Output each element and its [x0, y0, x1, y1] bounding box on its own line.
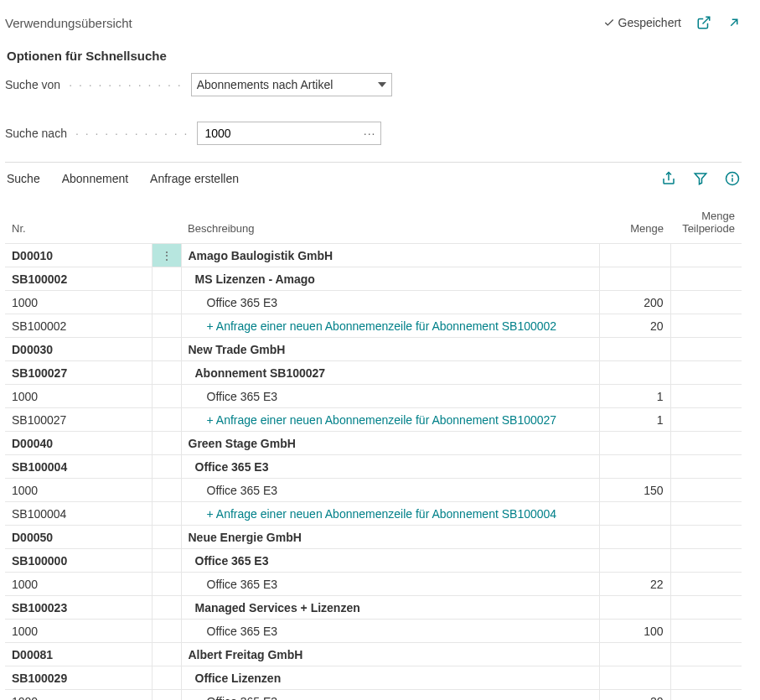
cell-qty — [599, 244, 670, 267]
table-row[interactable]: 1000Office 365 E3150 — [5, 479, 742, 502]
table-row[interactable]: 1000Office 365 E31 — [5, 385, 742, 408]
expand-icon[interactable] — [726, 15, 742, 30]
row-more-icon[interactable] — [152, 408, 181, 432]
col-desc[interactable]: Beschreibung — [181, 205, 599, 244]
cell-qty — [599, 526, 670, 549]
row-more-icon[interactable]: ⋮ — [152, 244, 181, 267]
table-row[interactable]: 1000Office 365 E322 — [5, 573, 742, 596]
cell-qty-period — [670, 385, 742, 408]
cell-nr: SB100002 — [5, 267, 152, 291]
lookup-icon[interactable]: ··· — [364, 127, 376, 140]
cell-qty — [599, 361, 670, 385]
cell-description[interactable]: + Anfrage einer neuen Abonnemenzeile für… — [181, 314, 599, 338]
cell-nr: 1000 — [5, 385, 152, 408]
cell-nr: 1000 — [5, 690, 152, 701]
row-more-icon[interactable] — [152, 361, 181, 385]
dots-decor: · · · · · · · · · · · · — [75, 127, 189, 140]
cell-description[interactable]: + Anfrage einer neuen Abonnemenzeile für… — [181, 502, 599, 526]
cell-nr[interactable]: SB100027 — [5, 408, 152, 432]
table-row[interactable]: SB100000Office 365 E3 — [5, 549, 742, 573]
table-row[interactable]: D00030New Trade GmbH — [5, 338, 742, 361]
filter-icon[interactable] — [693, 171, 708, 186]
row-more-icon[interactable] — [152, 666, 181, 690]
row-more-icon[interactable] — [152, 502, 181, 526]
cell-nr: 1000 — [5, 291, 152, 314]
table-row[interactable]: D00010⋮Amago Baulogistik GmbH — [5, 244, 742, 267]
row-more-icon[interactable] — [152, 455, 181, 479]
row-more-icon[interactable] — [152, 549, 181, 573]
cell-description: Office 365 E3 — [181, 479, 599, 502]
row-more-icon[interactable] — [152, 432, 181, 455]
row-more-icon[interactable] — [152, 620, 181, 643]
row-more-icon[interactable] — [152, 314, 181, 338]
cell-nr: D00081 — [5, 643, 152, 666]
table-row[interactable]: SB100002MS Lizenzen - Amago — [5, 267, 742, 291]
share-icon[interactable] — [661, 171, 676, 186]
row-more-icon[interactable] — [152, 643, 181, 666]
table-row[interactable]: SB100004Office 365 E3 — [5, 455, 742, 479]
row-more-icon[interactable] — [152, 479, 181, 502]
cell-description[interactable]: + Anfrage einer neuen Abonnemenzeile für… — [181, 408, 599, 432]
cell-qty — [599, 502, 670, 526]
usage-table: Nr. Beschreibung Menge Menge Teilperiode… — [5, 205, 742, 700]
info-icon[interactable] — [725, 171, 740, 186]
table-row[interactable]: SB100027+ Anfrage einer neuen Abonnemenz… — [5, 408, 742, 432]
cell-qty: 1 — [599, 385, 670, 408]
search-by-field[interactable]: ··· — [197, 122, 381, 145]
cell-description: Office 365 E3 — [181, 573, 599, 596]
col-qty[interactable]: Menge — [599, 205, 670, 244]
table-row[interactable]: SB100002+ Anfrage einer neuen Abonnemenz… — [5, 314, 742, 338]
table-row[interactable]: SB100027Abonnement SB100027 — [5, 361, 742, 385]
col-nr[interactable]: Nr. — [5, 205, 152, 244]
row-more-icon[interactable] — [152, 338, 181, 361]
toolbar-subscription[interactable]: Abonnement — [62, 172, 128, 185]
cell-qty — [599, 643, 670, 666]
cell-description: Office 365 E3 — [181, 291, 599, 314]
row-more-icon[interactable] — [152, 526, 181, 549]
row-more-icon[interactable] — [152, 291, 181, 314]
toolbar-search[interactable]: Suche — [7, 172, 40, 185]
chevron-down-icon — [378, 82, 386, 87]
row-more-icon[interactable] — [152, 267, 181, 291]
table-row[interactable]: SB100004+ Anfrage einer neuen Abonnemenz… — [5, 502, 742, 526]
page-title: Verwendungsübersicht — [5, 16, 132, 30]
cell-qty — [599, 338, 670, 361]
cell-description: Albert Freitag GmbH — [181, 643, 599, 666]
table-row[interactable]: 1000Office 365 E3100 — [5, 620, 742, 643]
table-row[interactable]: SB100023Managed Services + Lizenzen — [5, 596, 742, 620]
cell-qty — [599, 455, 670, 479]
table-row[interactable]: 1000Office 365 E320 — [5, 690, 742, 701]
cell-nr: SB100027 — [5, 361, 152, 385]
cell-qty-period — [670, 408, 742, 432]
cell-qty-period — [670, 361, 742, 385]
svg-marker-3 — [695, 174, 706, 184]
cell-qty-period — [670, 267, 742, 291]
search-by-input[interactable] — [203, 126, 363, 141]
cell-description: MS Lizenzen - Amago — [181, 267, 599, 291]
table-row[interactable]: D00050Neue Energie GmbH — [5, 526, 742, 549]
open-new-window-icon[interactable] — [696, 15, 711, 30]
table-row[interactable]: D00081Albert Freitag GmbH — [5, 643, 742, 666]
cell-qty — [599, 267, 670, 291]
cell-qty-period — [670, 479, 742, 502]
cell-nr: 1000 — [5, 620, 152, 643]
table-row[interactable]: SB100029Office Lizenzen — [5, 666, 742, 690]
quicksearch-section-title: Optionen für Schnellsuche — [7, 49, 742, 63]
row-more-icon[interactable] — [152, 573, 181, 596]
cell-description: Abonnement SB100027 — [181, 361, 599, 385]
search-from-select[interactable]: Abonnements nach Artikel — [191, 73, 392, 96]
row-more-icon[interactable] — [152, 596, 181, 620]
cell-qty-period — [670, 314, 742, 338]
cell-nr[interactable]: SB100004 — [5, 502, 152, 526]
table-row[interactable]: 1000Office 365 E3200 — [5, 291, 742, 314]
cell-qty-period — [670, 690, 742, 701]
cell-nr[interactable]: SB100002 — [5, 314, 152, 338]
row-more-icon[interactable] — [152, 385, 181, 408]
cell-description: Office 365 E3 — [181, 455, 599, 479]
cell-qty: 200 — [599, 291, 670, 314]
table-row[interactable]: D00040Green Stage GmbH — [5, 432, 742, 455]
search-from-value: Abonnements nach Artikel — [197, 78, 333, 91]
col-qty-period[interactable]: Menge Teilperiode — [670, 205, 742, 244]
toolbar-create-request[interactable]: Anfrage erstellen — [150, 172, 239, 185]
row-more-icon[interactable] — [152, 690, 181, 701]
